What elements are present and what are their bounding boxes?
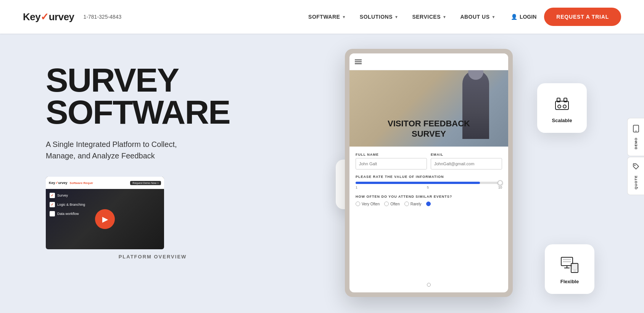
tag-icon: [632, 163, 640, 172]
email-field: EMAIL: [431, 153, 502, 169]
phone-number: 1-781-325-4843: [84, 14, 122, 20]
login-label: LOGIN: [520, 14, 536, 20]
video-title: Software Requir: [70, 181, 93, 185]
main-nav: SOFTWARE ▼ SOLUTIONS ▼ SERVICES ▼ ABOUT …: [308, 14, 496, 20]
platform-label: PLATFORM OVERVIEW: [46, 254, 259, 260]
radio-circle-icon: [384, 202, 389, 206]
svg-rect-2: [563, 105, 566, 108]
tablet-icon: [632, 125, 640, 134]
list-item: ✓ Survey: [50, 193, 85, 198]
hero-subtitle: A Single Integrated Platform to Collect,…: [46, 139, 198, 161]
slider-mid-label: 5: [427, 186, 429, 189]
full-name-field: FULL NAME: [356, 153, 427, 169]
video-checklist: ✓ Survey ✓ Logic & Branching Data workfl…: [50, 193, 85, 216]
nav-solutions[interactable]: SOLUTIONS ▼: [360, 14, 399, 20]
hero-left: SURVEY SOFTWARE A Single Integrated Plat…: [46, 34, 259, 313]
radio-rarely-label: Rarely: [411, 202, 422, 206]
tablet-mockup: VISITOR FEEDBACK SURVEY FULL NAME EMAIL: [345, 49, 513, 297]
nav-software-label: SOFTWARE: [308, 14, 340, 20]
slider-labels: 1 5 10: [356, 186, 502, 189]
slider-track[interactable]: [356, 182, 502, 184]
nav-software[interactable]: SOFTWARE ▼: [308, 14, 346, 20]
radio-circle-icon: [404, 202, 409, 206]
radio-very-often[interactable]: Very Often: [356, 202, 380, 206]
logo-check-icon: ✓: [40, 11, 49, 23]
list-item-label: Survey: [57, 194, 68, 197]
slider-thumb[interactable]: [497, 180, 503, 186]
header-actions: 👤 LOGIN REQUEST A TRIAL: [511, 8, 621, 26]
rating-label: PLEASE RATE THE VALUE OF INFORMATION: [356, 175, 502, 179]
header: Key✓urvey 1-781-325-4843 SOFTWARE ▼ SOLU…: [0, 0, 644, 34]
flexible-card: Flexible: [545, 244, 594, 294]
list-item: ✓ Logic & Branching: [50, 202, 85, 207]
video-thumbnail[interactable]: Key✓urvey Software Requir Request Demo N…: [46, 177, 164, 249]
video-logo: Key✓urvey: [49, 181, 68, 185]
nav-services-label: SERVICES: [412, 14, 441, 20]
radio-often[interactable]: Often: [384, 202, 399, 206]
checkbox-icon: [50, 211, 55, 216]
slider-fill: [356, 182, 480, 184]
list-item-label: Logic & Branching: [57, 203, 85, 207]
chevron-down-icon: ▼: [342, 15, 346, 19]
chevron-down-icon: ▼: [443, 15, 446, 19]
svg-rect-14: [563, 259, 571, 260]
video-header-bar: Key✓urvey Software Requir Request Demo N…: [46, 177, 164, 189]
svg-rect-1: [558, 105, 561, 108]
tablet-top-bar: [349, 53, 508, 70]
slider-min-label: 1: [356, 186, 357, 189]
play-button[interactable]: ▶: [95, 209, 115, 229]
full-name-input[interactable]: [356, 158, 427, 169]
chevron-down-icon: ▼: [394, 15, 398, 19]
scalable-card: Scalable: [537, 83, 587, 133]
logo[interactable]: Key✓urvey: [23, 11, 74, 23]
list-item-label: Data workflow: [57, 212, 79, 216]
video-demo-button[interactable]: Request Demo Now >: [130, 181, 161, 185]
slider-max-label: 10: [498, 186, 502, 189]
email-input[interactable]: [431, 158, 502, 169]
radio-selected[interactable]: [426, 202, 432, 206]
page-indicator: [427, 283, 431, 287]
name-email-row: FULL NAME EMAIL: [356, 153, 502, 169]
radio-circle-selected-icon: [426, 202, 431, 206]
radio-often-label: Often: [390, 202, 399, 206]
scalable-label: Scalable: [552, 118, 572, 123]
survey-title: VISITOR FEEDBACK SURVEY: [357, 119, 501, 139]
hero-section: SURVEY SOFTWARE A Single Integrated Plat…: [0, 34, 644, 313]
svg-rect-0: [555, 101, 568, 110]
nav-about-us-label: ABOUT US: [460, 14, 489, 20]
nav-about-us[interactable]: ABOUT US ▼: [460, 14, 496, 20]
flexible-label: Flexible: [560, 279, 579, 284]
email-label: EMAIL: [431, 153, 502, 156]
tablet-hero-image: VISITOR FEEDBACK SURVEY: [349, 70, 508, 147]
demo-tab[interactable]: DEMO: [627, 118, 644, 156]
tablet-form: FULL NAME EMAIL PLEASE RATE THE VALUE OF…: [349, 147, 508, 277]
request-trial-button[interactable]: REQUEST A TRIAL: [544, 8, 621, 26]
svg-rect-15: [563, 261, 571, 262]
svg-rect-17: [572, 264, 577, 269]
survey-title-overlay: VISITOR FEEDBACK SURVEY: [349, 111, 508, 147]
tablet-screen: VISITOR FEEDBACK SURVEY FULL NAME EMAIL: [349, 53, 508, 292]
nav-solutions-label: SOLUTIONS: [360, 14, 393, 20]
hero-title: SURVEY SOFTWARE: [46, 64, 259, 128]
checkbox-icon: ✓: [50, 202, 55, 207]
demo-tab-label: DEMO: [634, 137, 638, 149]
login-button[interactable]: 👤 LOGIN: [511, 14, 536, 20]
tablet-bottom: [349, 277, 508, 292]
side-tabs: DEMO QUOTE: [627, 118, 644, 195]
chevron-down-icon: ▼: [492, 15, 496, 19]
radio-group: Very Often Often Rarely: [356, 202, 502, 206]
list-item: Data workflow: [50, 211, 85, 216]
nav-services[interactable]: SERVICES ▼: [412, 14, 446, 20]
svg-point-22: [634, 165, 635, 166]
full-name-label: FULL NAME: [356, 153, 427, 156]
radio-very-often-label: Very Often: [362, 202, 380, 206]
video-content: ✓ Survey ✓ Logic & Branching Data workfl…: [46, 189, 164, 249]
monitor-icon: [559, 254, 580, 276]
events-label: HOW OFTEN DO YOU ATTEND SIMILAR EVENTS?: [356, 195, 502, 198]
hero-right: Scalable あ A Multilingual: [259, 34, 598, 313]
logo-text2: urvey: [49, 11, 74, 23]
lego-icon: [551, 93, 573, 115]
radio-rarely[interactable]: Rarely: [404, 202, 422, 206]
hamburger-icon[interactable]: [355, 60, 362, 64]
quote-tab[interactable]: QUOTE: [627, 157, 644, 195]
